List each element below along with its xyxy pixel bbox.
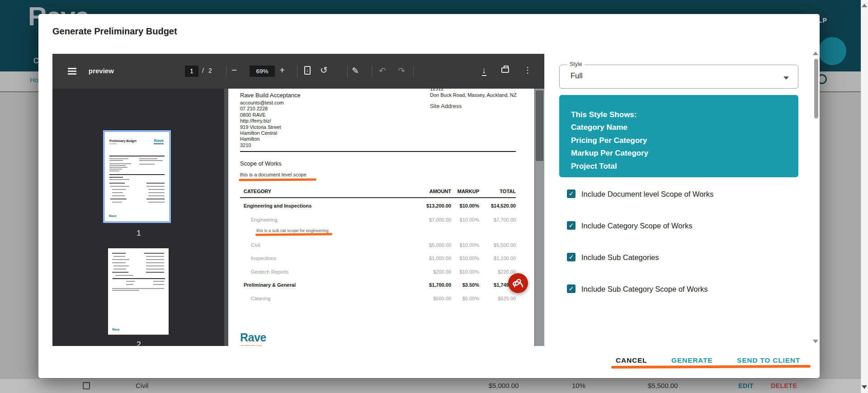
modal-scroll-up-icon[interactable] — [813, 52, 818, 55]
toolbar-divider — [226, 66, 226, 77]
rave-brand-tagline: SOFTWARE FOR — [241, 345, 262, 346]
adobe-acrobat-icon[interactable] — [508, 273, 528, 293]
modal-scroll-down-icon[interactable] — [813, 340, 818, 343]
pdf-page: 12312 Don Buck Road, Massey, Auckland, N… — [228, 89, 534, 346]
row-delete-button[interactable]: DELETE — [771, 382, 797, 389]
checkbox-document-scope[interactable]: ✓ — [567, 189, 576, 198]
checkbox-sub-categories[interactable]: ✓ — [567, 253, 576, 261]
zoom-out-icon[interactable]: − — [231, 66, 237, 74]
footer-orange-underline — [611, 365, 811, 369]
print-icon[interactable] — [501, 67, 509, 73]
thumbnail-1-label: 1 — [130, 229, 148, 238]
table-row: Engineering $7,000.00 $10.00% $7,700.00 — [240, 217, 516, 223]
thumbnail-2-label: 2 — [130, 340, 148, 346]
menu-icon[interactable] — [68, 68, 76, 69]
row-name: Civil — [136, 382, 148, 389]
company-name: Rave Build Acceptance — [240, 92, 301, 99]
zoom-in-icon[interactable]: + — [279, 66, 285, 74]
table-row: Engineering and Inspections $13,200.00 $… — [240, 203, 516, 208]
row-total: $5,500.00 — [644, 382, 681, 389]
table-row: Inspections $1,000.00 $10.00% $1,100.00 — [240, 256, 516, 261]
subcategory-note-underline — [255, 233, 332, 236]
screen: Rave C HELP Ho Civil $5,000.00 10% $5,50… — [0, 0, 868, 393]
site-address-label: Site Address — [430, 103, 462, 109]
fit-to-page-icon[interactable]: ↕ — [304, 66, 311, 75]
checkbox-label[interactable]: Include Sub Categories — [581, 253, 659, 262]
table-row: Civil $5,000.00 $10.00% $5,500.00 — [240, 242, 516, 248]
generate-preliminary-budget-dialog: Generate Preliminary Budget preview 1 / … — [38, 14, 820, 378]
download-icon[interactable]: ↓ — [482, 66, 486, 76]
page-divider — [240, 151, 516, 152]
toolbar-divider — [413, 66, 414, 77]
page-number-input[interactable]: 1 — [185, 66, 198, 77]
row-markup: 10% — [567, 382, 590, 389]
document-scope-note: this is a document level scope — [240, 172, 307, 177]
toolbar-divider — [297, 66, 297, 77]
nav-partial-text: C — [33, 57, 39, 65]
info-box-heading: This Style Shows: — [571, 108, 798, 121]
pdf-scrollbar-thumb[interactable] — [536, 90, 543, 161]
rotate-icon[interactable]: ↺ — [320, 66, 328, 75]
row-checkbox[interactable] — [83, 382, 90, 389]
checkbox-sub-category-scope[interactable]: ✓ — [567, 284, 576, 293]
checkbox-label[interactable]: Include Document level Scope of Works — [581, 190, 713, 199]
table-row: Preliminary & General $1,700.00 $3.50% $… — [240, 282, 516, 288]
row-edit-button[interactable]: EDIT — [738, 382, 754, 389]
row-amount: $5,000.00 — [485, 382, 522, 389]
rave-brand-logo: Rave — [240, 332, 266, 343]
redo-icon[interactable]: ↷ — [398, 66, 405, 75]
scroll-down-icon[interactable] — [862, 385, 867, 389]
pdf-toolbar: preview 1 / 2 − 69% + ↕ ↺ ✎ ↶ ↷ ↓ ⋮ — [52, 54, 544, 89]
pdf-thumbnail-panel: Preliminary Budget Rave — [52, 89, 224, 346]
contact-lines: accounts@test.com 07 210 2228 0800 RAVE … — [240, 100, 284, 148]
subcategory-scope-note: this is a sub cat scope for engineering — [256, 228, 328, 233]
pdf-preview-viewer: preview 1 / 2 − 69% + ↕ ↺ ✎ ↶ ↷ ↓ ⋮ — [52, 54, 544, 346]
page-total: 2 — [208, 66, 212, 75]
style-info-box: This Style Shows: Category Name Pricing … — [559, 95, 798, 177]
style-select[interactable] — [559, 65, 798, 89]
checkbox-label[interactable]: Include Sub Category Scope of Works — [581, 285, 708, 294]
annotate-pen-icon[interactable]: ✎ — [352, 66, 359, 75]
scroll-up-icon[interactable] — [862, 4, 867, 7]
toolbar-divider — [372, 66, 372, 77]
undo-icon[interactable]: ↶ — [379, 66, 386, 75]
page-separator: / — [202, 66, 204, 75]
more-options-icon[interactable]: ⋮ — [524, 66, 532, 75]
table-header: CATEGORY AMOUNT MARKUP TOTAL — [240, 189, 516, 194]
background-table-row — [0, 378, 861, 393]
table-row: Geotech Reports $200.00 $10.00% $220.00 — [240, 269, 516, 275]
table-header-rule — [240, 197, 516, 198]
dialog-title: Generate Preliminary Budget — [52, 26, 177, 37]
floating-action-button[interactable] — [818, 37, 846, 65]
send-to-client-button[interactable]: SEND TO CLIENT — [737, 356, 800, 365]
thumbnail-page-1[interactable]: Preliminary Budget Rave — [103, 130, 171, 223]
style-select-label: Style — [567, 61, 585, 67]
viewport-scrollbar[interactable] — [861, 0, 868, 393]
chevron-down-icon[interactable] — [783, 76, 789, 80]
site-number: 12312 — [430, 89, 444, 92]
style-selected-value: Full — [571, 71, 583, 80]
checkbox-category-scope[interactable]: ✓ — [567, 221, 576, 230]
generate-button[interactable]: GENERATE — [671, 356, 712, 365]
cancel-button[interactable]: CANCEL — [616, 356, 647, 365]
zoom-level-input[interactable]: 69% — [250, 66, 275, 77]
scope-note-underline — [239, 178, 316, 181]
modal-scrollbar-thumb[interactable] — [814, 59, 818, 118]
thumbnail-page-2[interactable]: Rave — [108, 248, 169, 335]
scope-heading: Scope of Works — [240, 160, 282, 167]
pdf-title: preview — [89, 67, 114, 75]
site-address: Don Buck Road, Massey, Auckland, NZ — [430, 92, 517, 98]
checkbox-label[interactable]: Include Category Scope of Works — [581, 222, 693, 230]
nav-home-link[interactable]: Ho — [30, 76, 38, 84]
table-row: Cleaning $500.00 $5.00% $525.00 — [240, 296, 516, 301]
toolbar-divider — [347, 66, 348, 77]
